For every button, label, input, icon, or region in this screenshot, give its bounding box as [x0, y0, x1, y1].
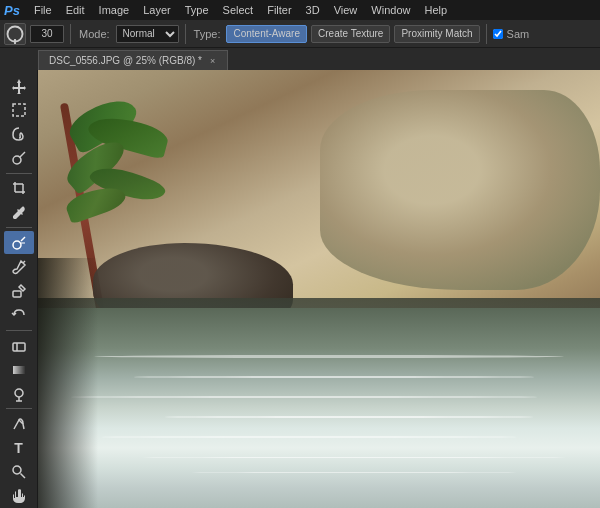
ripple-1 [94, 355, 564, 358]
ripple-3 [70, 396, 538, 398]
photo-canvas [38, 70, 600, 508]
menu-3d[interactable]: 3D [300, 0, 326, 20]
rock-upper-right [320, 90, 600, 290]
eyedropper-tool-button[interactable] [4, 201, 34, 224]
separator-1 [70, 24, 71, 44]
menu-help[interactable]: Help [418, 0, 453, 20]
tool-separator-1 [6, 173, 32, 174]
clone-stamp-tool-button[interactable] [4, 279, 34, 302]
brush-size-input[interactable] [30, 25, 64, 43]
separator-2 [185, 24, 186, 44]
gradient-tool-button[interactable] [4, 358, 34, 381]
svg-point-21 [13, 466, 21, 474]
tool-separator-4 [6, 408, 32, 409]
hand-tool-button[interactable] [4, 485, 34, 508]
text-tool-button[interactable]: T [4, 436, 34, 459]
sample-all-input[interactable] [493, 29, 503, 39]
menu-image[interactable]: Image [93, 0, 136, 20]
menu-layer[interactable]: Layer [137, 0, 177, 20]
toolbar: T [0, 70, 38, 508]
ripple-4 [164, 416, 534, 418]
brush-tool-button[interactable] [4, 255, 34, 278]
svg-rect-14 [13, 291, 21, 297]
eraser-tool-button[interactable] [4, 334, 34, 357]
menu-window[interactable]: Window [365, 0, 416, 20]
svg-point-4 [13, 156, 21, 164]
svg-rect-3 [13, 104, 25, 116]
history-brush-tool-button[interactable] [4, 304, 34, 327]
svg-line-5 [20, 152, 25, 157]
svg-point-10 [13, 241, 21, 249]
tool-separator-2 [6, 227, 32, 228]
tab-close-button[interactable]: × [208, 56, 217, 66]
tab-bar: DSC_0556.JPG @ 25% (RGB/8) * × [0, 48, 600, 70]
svg-marker-2 [12, 79, 26, 94]
sample-all-checkbox[interactable]: Sam [493, 28, 532, 40]
brush-tool-icon[interactable] [4, 23, 26, 45]
ripple-7 [188, 472, 520, 473]
svg-rect-17 [13, 366, 25, 374]
svg-rect-15 [13, 343, 25, 351]
shadow-left [38, 258, 98, 508]
document-tab[interactable]: DSC_0556.JPG @ 25% (RGB/8) * × [38, 50, 228, 70]
zoom-tool-button[interactable] [4, 461, 34, 484]
tab-title: DSC_0556.JPG @ 25% (RGB/8) * [49, 55, 202, 66]
sample-all-label: Sam [505, 28, 532, 40]
options-bar: Mode: Normal Replace Multiply Type: Cont… [0, 20, 600, 48]
menu-file[interactable]: File [28, 0, 58, 20]
mode-select[interactable]: Normal Replace Multiply [116, 25, 179, 43]
svg-line-13 [23, 261, 25, 263]
menu-bar: Ps File Edit Image Layer Type Select Fil… [0, 0, 600, 20]
type-label: Type: [192, 28, 223, 40]
create-texture-button[interactable]: Create Texture [311, 25, 390, 43]
move-tool-button[interactable] [4, 74, 34, 97]
menu-view[interactable]: View [328, 0, 364, 20]
ripple-5 [101, 436, 517, 438]
tool-separator-3 [6, 330, 32, 331]
menu-select[interactable]: Select [217, 0, 260, 20]
svg-line-22 [20, 474, 25, 479]
spot-healing-brush-tool-button[interactable] [4, 231, 34, 254]
menu-type[interactable]: Type [179, 0, 215, 20]
pen-tool-button[interactable] [4, 412, 34, 435]
content-aware-button[interactable]: Content-Aware [226, 25, 307, 43]
svg-point-18 [15, 389, 23, 397]
proximity-match-button[interactable]: Proximity Match [394, 25, 479, 43]
separator-3 [486, 24, 487, 44]
crop-tool-button[interactable] [4, 177, 34, 200]
water-light [38, 308, 600, 508]
ripple-6 [138, 457, 570, 458]
dodge-tool-button[interactable] [4, 382, 34, 405]
canvas-area[interactable] [38, 70, 600, 508]
main-area: T [0, 70, 600, 508]
svg-line-11 [21, 237, 25, 241]
lasso-tool-button[interactable] [4, 122, 34, 145]
menu-filter[interactable]: Filter [261, 0, 297, 20]
ripple-2 [133, 376, 534, 378]
quick-selection-tool-button[interactable] [4, 147, 34, 170]
menu-edit[interactable]: Edit [60, 0, 91, 20]
photoshop-logo: Ps [4, 3, 20, 18]
rectangular-marquee-tool-button[interactable] [4, 98, 34, 121]
mode-label: Mode: [77, 28, 112, 40]
